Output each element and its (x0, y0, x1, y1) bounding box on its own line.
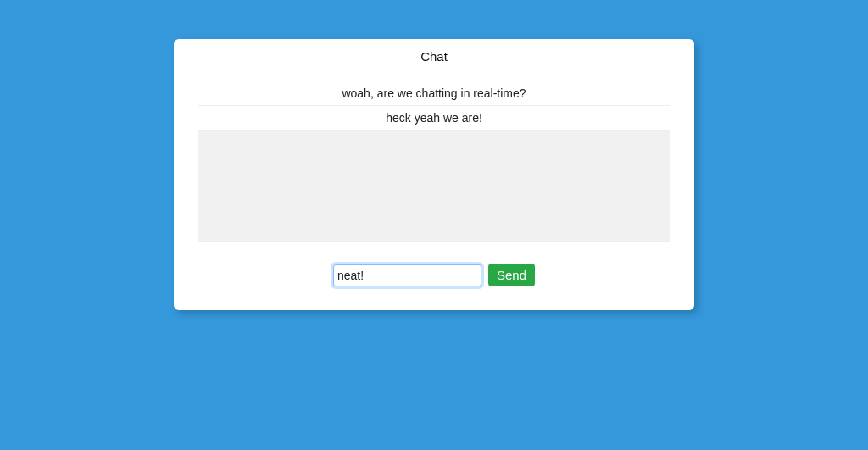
chat-panel: Chat woah, are we chatting in real-time?… (174, 39, 694, 310)
input-row: Send (198, 264, 670, 286)
message-input[interactable] (333, 264, 481, 286)
messages-area: woah, are we chatting in real-time? heck… (198, 81, 670, 242)
message-row: heck yeah we are! (198, 106, 670, 131)
send-button[interactable]: Send (488, 264, 535, 286)
chat-title: Chat (198, 49, 670, 64)
message-row: woah, are we chatting in real-time? (198, 81, 670, 106)
